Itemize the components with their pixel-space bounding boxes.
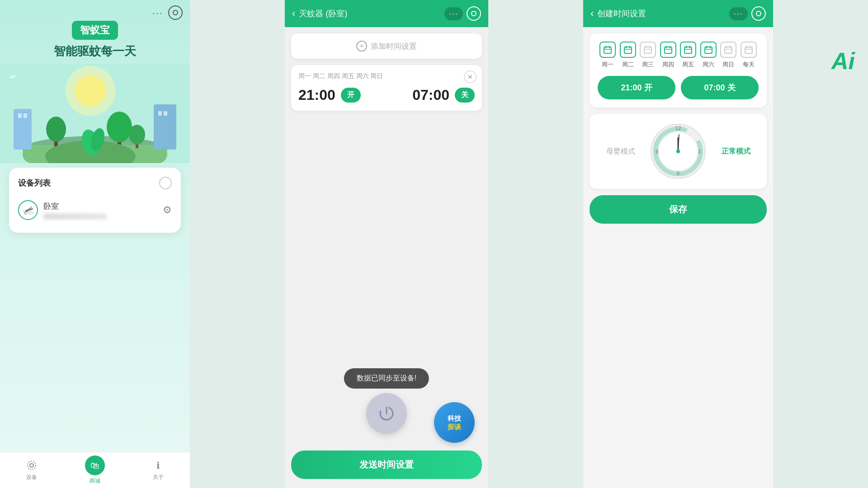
background-gap-3: Ai <box>773 0 868 488</box>
svg-rect-33 <box>644 47 651 53</box>
watermark-line2: 探谈 <box>448 422 461 432</box>
device-item: 🦟 卧室 ⚙ <box>18 197 172 224</box>
back-button[interactable]: ‹ <box>292 8 295 19</box>
nav-item-about[interactable]: ℹ 关于 <box>145 459 172 481</box>
day-icon-everyday <box>741 42 757 58</box>
mid-header-dots[interactable]: ··· <box>444 7 463 20</box>
day-label-wed: 周三 <box>642 61 654 69</box>
svg-point-66 <box>676 150 680 153</box>
svg-point-2 <box>75 75 106 107</box>
time-off-display: 07:00 <box>412 87 449 103</box>
day-label-sun: 周日 <box>722 61 734 69</box>
day-label-tue: 周二 <box>622 61 634 69</box>
svg-point-12 <box>46 117 66 142</box>
time-off-btn[interactable]: 07:00 关 <box>681 76 759 99</box>
about-icon: ℹ <box>152 459 165 472</box>
svg-rect-49 <box>725 47 732 53</box>
day-item-sun[interactable]: 周日 <box>720 42 736 69</box>
power-button-area <box>366 393 407 434</box>
svg-rect-10 <box>164 111 167 116</box>
device-emoji: 🦟 <box>23 205 34 216</box>
watermark-line1: 科技 <box>448 414 461 423</box>
day-item-sat[interactable]: 周六 <box>700 42 717 69</box>
svg-point-21 <box>30 464 33 467</box>
day-item-fri[interactable]: 周五 <box>680 42 696 69</box>
device-settings-icon[interactable]: ⚙ <box>163 204 172 216</box>
power-button[interactable] <box>366 393 407 434</box>
sync-toast: 数据已同步至设备! <box>344 368 429 389</box>
day-item-tue[interactable]: 周二 <box>620 42 636 69</box>
svg-text:12: 12 <box>675 125 681 131</box>
svg-rect-29 <box>624 47 632 53</box>
svg-point-16 <box>129 125 145 145</box>
svg-point-14 <box>107 112 132 142</box>
mid-header-title: 灭蚊器 (卧室) <box>299 8 441 19</box>
svg-rect-53 <box>745 47 752 53</box>
time-buttons-row: 21:00 开 07:00 关 <box>598 76 759 99</box>
device-info: 卧室 <box>43 201 157 220</box>
time-row: 21:00 开 07:00 关 <box>298 87 475 103</box>
mid-panel: ‹ 灭蚊器 (卧室) ··· + 添加时间设置 ✕ 周一 周二 周四 周五 周六… <box>285 0 488 488</box>
send-time-button[interactable]: 发送时间设置 <box>291 450 482 479</box>
svg-point-22 <box>28 461 36 469</box>
add-time-label: 添加时间设置 <box>371 41 417 52</box>
save-button[interactable]: 保存 <box>590 195 767 224</box>
add-plus-icon: + <box>356 41 367 52</box>
normal-mode-button[interactable]: 正常模式 <box>713 143 759 160</box>
scan-inner-circle <box>173 10 178 15</box>
target-icon[interactable] <box>467 6 481 21</box>
svg-rect-5 <box>14 109 32 150</box>
menu-dots-button[interactable]: ··· <box>152 8 163 18</box>
logo-area: 智蚁宝 智能驱蚊每一天 <box>0 21 190 59</box>
background-gap-2 <box>488 0 583 488</box>
device-list-title: 设备列表 <box>18 178 51 188</box>
device-list-card: 设备列表 🦟 卧室 ⚙ <box>9 168 181 233</box>
day-label-mon: 周一 <box>602 61 613 69</box>
shop-icon: 🛍 <box>85 455 105 475</box>
day-item-wed[interactable]: 周三 <box>640 42 656 69</box>
time-on-btn[interactable]: 21:00 开 <box>598 76 675 99</box>
devices-icon <box>25 459 38 472</box>
nav-label-shop: 商城 <box>90 477 100 485</box>
right-app-header: ‹ 创建时间设置 ··· <box>583 0 773 27</box>
time-off-badge[interactable]: 关 <box>455 88 475 103</box>
day-icon-mon <box>599 42 616 58</box>
logo-badge: 智蚁宝 <box>72 21 118 40</box>
scan-icon[interactable] <box>168 5 183 20</box>
device-id-blurred <box>43 213 107 220</box>
time-schedule-card: ✕ 周一 周二 周四 周五 周六 周日 21:00 开 07:00 关 <box>291 65 482 111</box>
nav-label-about: 关于 <box>153 474 164 481</box>
days-row: 周一 周二 周四 周五 周六 周日 <box>298 72 475 80</box>
analog-clock: 12 3 6 9 <box>649 122 708 181</box>
day-item-mon[interactable]: 周一 <box>599 42 616 69</box>
nav-item-shop[interactable]: 🛍 商城 <box>81 455 108 485</box>
schedule-days: 周一 周二 周四 周五 周六 周日 <box>298 72 383 80</box>
day-item-everyday[interactable]: 每天 <box>741 42 757 69</box>
ai-badge: Ai <box>827 38 859 84</box>
day-icon-sun <box>720 42 736 58</box>
svg-rect-6 <box>18 113 22 118</box>
right-header-dots[interactable]: ··· <box>729 7 748 20</box>
add-time-button[interactable]: + 添加时间设置 <box>291 33 482 59</box>
day-label-everyday: 每天 <box>743 61 755 69</box>
scene-illustration <box>0 64 190 163</box>
svg-text:6: 6 <box>677 170 680 177</box>
baby-mode-button[interactable]: 母婴模式 <box>598 143 643 160</box>
right-back-button[interactable]: ‹ <box>590 8 594 19</box>
day-icon-fri <box>680 42 696 58</box>
day-label-thu: 周四 <box>662 61 674 69</box>
nav-item-devices[interactable]: 设备 <box>18 459 45 481</box>
device-icon: 🦟 <box>18 200 38 220</box>
time-on-display: 21:00 <box>298 87 335 103</box>
day-icon-wed <box>640 42 656 58</box>
close-button[interactable]: ✕ <box>464 70 476 83</box>
days-icons-row: 周一 周二 <box>598 42 759 69</box>
days-selector-card: 周一 周二 <box>590 33 767 108</box>
refresh-button[interactable] <box>159 177 172 189</box>
right-content: 周一 周二 <box>583 27 773 488</box>
target-inner <box>471 11 476 16</box>
svg-rect-25 <box>604 47 611 53</box>
right-target-icon[interactable] <box>751 6 766 21</box>
time-on-badge[interactable]: 开 <box>341 88 361 103</box>
day-item-thu[interactable]: 周四 <box>660 42 676 69</box>
